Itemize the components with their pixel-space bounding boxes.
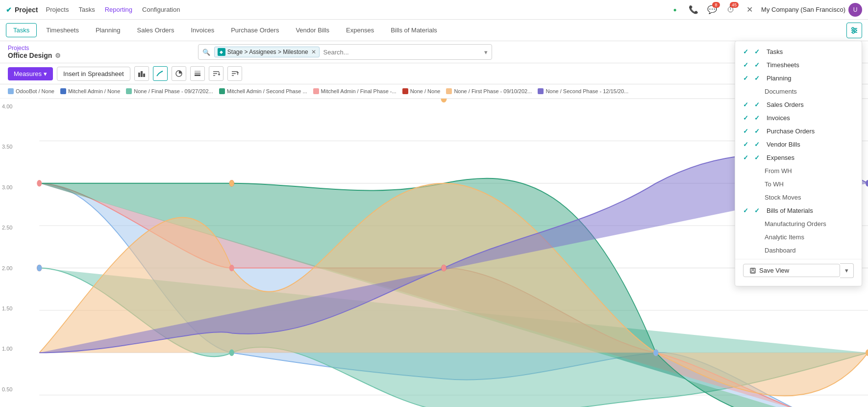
col-timesheets[interactable]: ✓Timesheets [735,58,862,72]
datapoint-peak [441,99,446,102]
tab-invoices[interactable]: Invoices [183,23,222,37]
svg-point-4 [854,29,856,31]
legend-label-1: Mitchell Admin / None [68,88,120,94]
tab-vendor-bills[interactable]: Vendor Bills [288,23,337,37]
nav-projects[interactable]: Projects [46,6,69,13]
bar-chart-btn[interactable] [134,66,149,81]
col-to-wh[interactable]: To WH [735,178,862,191]
legend-color-3 [219,88,225,94]
search-dropdown-arrow[interactable]: ▾ [484,49,488,56]
col-dashboard[interactable]: Dashboard [735,244,862,257]
legend-color-6 [446,88,452,94]
legend-label-0: OdooBot / None [16,88,54,94]
datapoint [229,265,234,271]
tab-sales-orders[interactable]: Sales Orders [130,23,182,37]
legend-label-3: Mitchell Admin / Second Phase ... [227,88,307,94]
col-purchase-orders[interactable]: ✓Purchase Orders [735,125,862,138]
timer-badge: 45 [730,2,739,8]
nav-tasks[interactable]: Tasks [78,6,95,13]
legend-item-1: Mitchell Admin / None [60,88,120,94]
tab-timesheets[interactable]: Timesheets [39,23,86,37]
search-bar: 🔍 ◆ Stage > Assignees > Milestone ✕ ▾ [198,44,492,60]
columns-filter-button[interactable]: ✓Tasks ✓Timesheets ✓Planning Documents ✓… [846,23,862,38]
col-invoices[interactable]: ✓Invoices [735,111,862,125]
insert-spreadsheet-button[interactable]: Insert in Spreadsheet [57,67,130,81]
legend-color-7 [538,88,544,94]
breadcrumb-parent[interactable]: Projects [8,45,61,51]
legend-item-0: OdooBot / None [8,88,54,94]
legend-color-4 [313,88,319,94]
svg-rect-7 [751,268,754,270]
save-view-dropdown-arrow[interactable]: ▾ [840,263,854,278]
datapoint [441,265,446,271]
columns-dropdown: ✓Tasks ✓Timesheets ✓Planning Documents ✓… [735,41,862,286]
svg-rect-8 [751,271,754,273]
col-from-wh[interactable]: From WH [735,164,862,178]
sort-desc-btn[interactable] [227,66,242,81]
pie-chart-btn[interactable] [172,66,186,81]
save-view-label: Save View [759,267,789,274]
datapoint [37,265,42,271]
phone-icon[interactable]: 📞 [687,3,700,17]
col-analytic-items[interactable]: Analytic Items [735,230,862,244]
gear-icon[interactable]: ⚙ [55,52,61,59]
search-input[interactable] [323,49,480,56]
sort-asc-btn[interactable] [209,66,223,81]
col-expenses[interactable]: ✓Expenses [735,151,862,164]
svg-rect-9 [138,73,140,77]
col-sales-orders[interactable]: ✓Sales Orders [735,98,862,111]
legend-item-2: None / Final Phase - 09/27/202... [126,88,213,94]
legend-item-6: None / First Phase - 09/10/202... [446,88,532,94]
filter-tag-logo: ◆ [218,48,225,56]
tab-bills-of-materials[interactable]: Bills of Materials [383,23,445,37]
app-name: Project [15,6,38,14]
nav-configuration[interactable]: Configuration [142,6,180,13]
col-bills-of-materials[interactable]: ✓Bills of Materials [735,204,862,217]
main-nav: Projects Tasks Reporting Configuration [46,6,180,13]
svg-rect-13 [195,75,200,76]
legend-label-7: None / Second Phase - 12/15/20... [546,88,628,94]
timer-icon[interactable]: ⏱45 [724,3,738,17]
stacked-bar-btn[interactable] [190,66,205,81]
status-indicator: ● [668,3,682,17]
line-chart-btn[interactable] [153,66,168,81]
legend-item-7: None / Second Phase - 12/15/20... [538,88,628,94]
filter-tag-close[interactable]: ✕ [311,49,316,55]
datapoint [229,350,234,356]
user-info[interactable]: My Company (San Francisco) U [761,3,862,17]
save-view-button[interactable]: Save View [743,264,840,277]
company-name: My Company (San Francisco) [761,6,845,13]
tab-purchase-orders[interactable]: Purchase Orders [223,23,286,37]
tab-planning[interactable]: Planning [88,23,128,37]
measures-button[interactable]: Measures ▾ [8,67,53,80]
legend-item-3: Mitchell Admin / Second Phase ... [219,88,307,94]
legend-item-5: None / None [402,88,441,94]
datapoint [229,180,234,186]
nav-reporting[interactable]: Reporting [105,6,132,13]
pie-chart-icon [175,70,183,77]
col-vendor-bills[interactable]: ✓Vendor Bills [735,138,862,151]
avatar: U [848,3,862,17]
col-stock-moves[interactable]: Stock Moves [735,191,862,204]
chat-icon[interactable]: 💬8 [705,3,719,17]
tab-tasks[interactable]: Tasks [6,23,37,37]
breadcrumb-current: Office Design ⚙ [8,51,61,59]
save-icon [749,267,756,274]
col-manufacturing-orders[interactable]: Manufacturing Orders [735,217,862,230]
tab-expenses[interactable]: Expenses [339,23,381,37]
datapoint [37,180,42,186]
legend-label-6: None / First Phase - 09/10/202... [454,88,532,94]
sort-desc-icon [231,70,239,77]
svg-rect-14 [195,73,200,74]
legend-label-5: None / None [410,88,441,94]
svg-rect-10 [141,71,143,77]
svg-rect-11 [143,74,145,77]
legend-color-2 [126,88,132,94]
close-nav-icon[interactable]: ✕ [743,3,756,17]
col-documents[interactable]: Documents [735,85,862,98]
bar-chart-icon [138,70,146,77]
col-planning[interactable]: ✓Planning [735,72,862,85]
col-tasks[interactable]: ✓Tasks [735,45,862,58]
app-logo[interactable]: ✔ Project [6,6,38,14]
save-view-row: Save View ▾ [735,259,862,282]
